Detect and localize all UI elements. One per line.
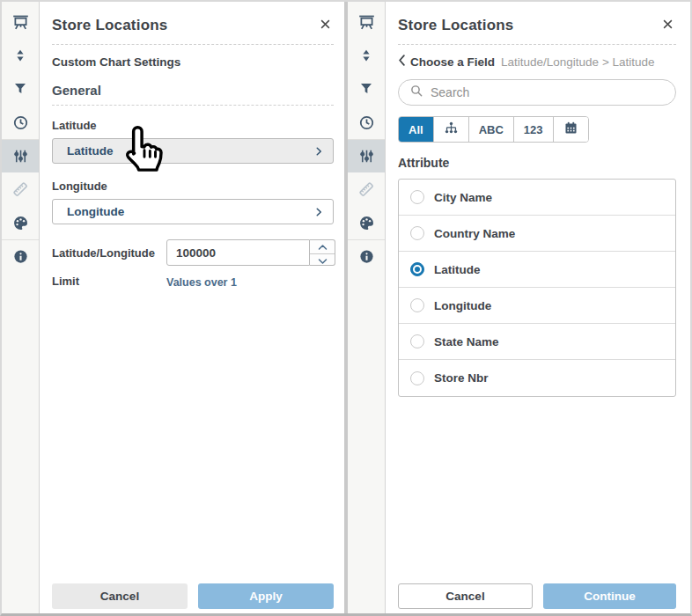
tab-all[interactable]: All	[399, 117, 434, 142]
palette-icon[interactable]	[348, 206, 385, 239]
right-icon-rail	[348, 2, 386, 613]
chart-settings-panel: Store Locations Custom Chart Settings Ge…	[2, 2, 344, 613]
option-label: City Name	[434, 191, 492, 204]
field-picker-content: Store Locations Choose a Field Latitude/…	[386, 2, 690, 613]
stepper-up-button[interactable]	[310, 240, 335, 254]
sort-icon[interactable]	[348, 39, 385, 72]
app-window: Store Locations Custom Chart Settings Ge…	[0, 0, 692, 616]
apply-button[interactable]: Apply	[198, 583, 334, 609]
latitude-field-value: Latitude	[67, 144, 114, 158]
left-footer: Cancel Apply	[52, 583, 334, 609]
field-type-filter-tabs: All ABC 123	[398, 116, 589, 143]
radio-unselected[interactable]	[410, 371, 424, 385]
chevron-left-icon	[398, 55, 406, 69]
option-country-name[interactable]: Country Name	[399, 216, 675, 252]
settings-sliders-icon[interactable]	[2, 139, 39, 172]
info-icon[interactable]	[348, 239, 385, 273]
filter-icon[interactable]	[348, 72, 385, 106]
chevron-down-icon	[318, 254, 328, 268]
close-icon	[661, 18, 674, 33]
divider	[52, 44, 334, 45]
longitude-field-value: Longitude	[67, 205, 124, 218]
breadcrumb-back-link[interactable]: Choose a Field	[398, 55, 495, 69]
right-close-button[interactable]	[659, 16, 676, 35]
chevron-right-icon	[313, 207, 324, 217]
limit-label: Limit	[52, 275, 166, 288]
option-latitude[interactable]: Latitude	[399, 252, 675, 288]
limit-value-link[interactable]: Values over 1	[166, 275, 237, 289]
breadcrumb-path: Latitude/Longitude > Latitude	[501, 55, 655, 69]
attribute-option-list: City Name Country Name Latitude Longitud…	[398, 179, 676, 397]
history-icon[interactable]	[348, 106, 385, 139]
tab-text[interactable]: ABC	[469, 117, 514, 142]
sort-icon[interactable]	[2, 39, 39, 72]
spacer	[52, 289, 334, 583]
option-label: Latitude	[434, 263, 481, 276]
radio-unselected[interactable]	[410, 190, 424, 204]
breadcrumb-back-label: Choose a Field	[410, 55, 495, 69]
close-icon	[319, 18, 332, 33]
divider	[398, 44, 676, 45]
right-footer: Cancel Continue	[398, 583, 676, 609]
option-state-name[interactable]: State Name	[399, 324, 675, 360]
palette-icon[interactable]	[2, 206, 39, 239]
left-panel-title: Store Locations	[52, 17, 167, 34]
radio-unselected[interactable]	[410, 334, 424, 348]
chevron-up-icon	[318, 240, 328, 253]
option-city-name[interactable]: City Name	[399, 180, 675, 216]
calendar-icon	[563, 121, 578, 138]
divider	[52, 105, 334, 106]
option-label: State Name	[434, 335, 499, 348]
breadcrumb: Choose a Field Latitude/Longitude > Lati…	[398, 55, 676, 69]
continue-button[interactable]: Continue	[543, 583, 676, 609]
option-label: Longitude	[434, 299, 491, 312]
option-store-nbr[interactable]: Store Nbr	[399, 360, 675, 396]
tab-date[interactable]	[554, 117, 588, 142]
search-icon	[409, 84, 423, 101]
radio-selected[interactable]	[410, 262, 424, 276]
latitude-field-label: Latitude	[52, 119, 334, 132]
limit-row: Limit Values over 1	[52, 275, 334, 289]
chevron-right-icon	[313, 146, 324, 157]
latlong-number-input[interactable]	[166, 239, 310, 266]
latlong-label: Latitude/Longitude	[52, 246, 166, 260]
search-input[interactable]	[431, 85, 665, 99]
latitude-field-selector[interactable]: Latitude	[52, 138, 334, 164]
option-label: Country Name	[434, 227, 515, 240]
latlong-number-input-group	[166, 239, 335, 266]
history-icon[interactable]	[2, 106, 39, 139]
option-longitude[interactable]: Longitude	[399, 288, 675, 324]
filter-icon[interactable]	[2, 72, 39, 106]
option-label: Store Nbr	[434, 371, 489, 385]
info-icon[interactable]	[2, 239, 39, 273]
field-picker-panel: Store Locations Choose a Field Latitude/…	[348, 2, 690, 613]
stepper-down-button[interactable]	[310, 254, 335, 268]
search-bar	[398, 79, 676, 106]
cancel-button[interactable]: Cancel	[52, 583, 188, 609]
cancel-button[interactable]: Cancel	[398, 583, 533, 609]
left-close-button[interactable]	[317, 16, 334, 35]
longitude-field-label: Longitude	[52, 180, 334, 193]
settings-sliders-icon[interactable]	[348, 139, 385, 172]
presentation-icon[interactable]	[348, 5, 385, 39]
left-panel-header: Store Locations	[52, 16, 334, 35]
ruler-icon	[348, 172, 385, 206]
radio-unselected[interactable]	[410, 298, 424, 312]
right-panel-title: Store Locations	[398, 17, 513, 34]
ruler-icon	[2, 172, 39, 206]
number-stepper	[310, 239, 335, 266]
hierarchy-icon	[444, 121, 459, 138]
general-section-title: General	[52, 83, 334, 98]
right-panel-header: Store Locations	[398, 16, 676, 35]
spacer	[398, 397, 676, 583]
custom-chart-settings-label: Custom Chart Settings	[52, 55, 334, 69]
tab-hierarchy[interactable]	[434, 117, 469, 142]
radio-unselected[interactable]	[410, 226, 424, 240]
chart-settings-content: Store Locations Custom Chart Settings Ge…	[40, 2, 344, 613]
longitude-field-selector[interactable]: Longitude	[52, 199, 334, 224]
presentation-icon[interactable]	[2, 5, 39, 39]
attribute-section-title: Attribute	[398, 156, 676, 170]
tab-number[interactable]: 123	[514, 117, 554, 142]
left-icon-rail	[2, 2, 40, 613]
latlong-row: Latitude/Longitude	[52, 239, 334, 266]
